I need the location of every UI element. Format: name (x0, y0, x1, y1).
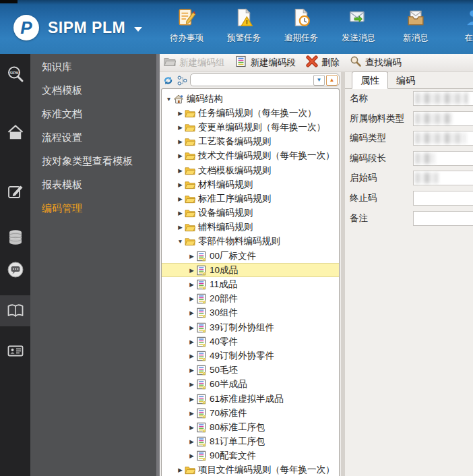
find-code-button[interactable]: 查找编码 (350, 55, 402, 70)
tree-row[interactable]: ▶ 80标准工序包 (162, 420, 339, 434)
header-item-overdue[interactable]: 逾期任务 (281, 7, 321, 44)
tree-row[interactable]: ▼ 零部件物料编码规则 (162, 235, 339, 249)
field-input[interactable] (413, 131, 473, 146)
field-input[interactable] (413, 151, 473, 166)
app-title: SIPM PLM (48, 19, 125, 37)
tree-row[interactable]: ▶ 70标准件 (162, 406, 339, 420)
delete-button[interactable]: 删除 (306, 55, 340, 70)
tree-expand-arrow-icon[interactable]: ▼ (176, 238, 185, 245)
tree-expand-arrow-icon[interactable]: ▶ (187, 438, 196, 445)
tree-expand-arrow-icon[interactable]: ▶ (187, 295, 196, 302)
refresh-icon[interactable] (162, 75, 174, 86)
nav-item-coding-management[interactable]: 编码管理 (30, 197, 156, 219)
tree-row[interactable]: ▶ 20部件 (162, 292, 339, 306)
search-up-button[interactable]: ▲ (326, 75, 338, 86)
tree-expand-arrow-icon[interactable]: ▶ (187, 353, 196, 359)
tree-row[interactable]: ▶ 61标准虚拟半成品 (162, 392, 339, 406)
header-item-todo[interactable]: 待办事项 (166, 7, 207, 44)
header-item-online[interactable]: 在线 (453, 7, 473, 44)
tree-row[interactable]: ▶ 30组件 (162, 306, 339, 320)
tree-expand-arrow-icon[interactable]: ▼ (164, 96, 173, 102)
tree-expand-arrow-icon[interactable]: ▶ (176, 110, 185, 117)
tree-row[interactable]: ▶ 60半成品 (162, 378, 339, 392)
tree-row[interactable]: ▶ 10成品 (162, 263, 339, 277)
nav-item-template-by-type[interactable]: 按对象类型查看模板 (30, 150, 156, 172)
tree-row[interactable]: ▶ 项目文件编码规则（每年换一次） (162, 463, 339, 476)
header-item-newmsg[interactable]: 新消息 (396, 7, 436, 44)
tree-expand-arrow-icon[interactable]: ▶ (176, 152, 185, 159)
tree-row[interactable]: ▶ 变更单编码规则（每年换一次） (162, 120, 339, 134)
tree-row[interactable]: ▶ 90配套文件 (162, 449, 339, 463)
nav-item-process-settings[interactable]: 流程设置 (30, 126, 156, 148)
tree-expand-arrow-icon[interactable]: ▶ (176, 138, 185, 145)
tree-expand-arrow-icon[interactable]: ▶ (187, 452, 196, 459)
tree-expand-arrow-icon[interactable]: ▶ (187, 424, 196, 431)
sidebar-icon-idcard[interactable] (0, 335, 30, 366)
tree-row-label: 变更单编码规则（每年换一次） (198, 121, 325, 133)
tree-row[interactable]: ▶ 00厂标文件 (162, 249, 339, 263)
sidebar-icon-chat[interactable] (0, 254, 30, 285)
tree-row[interactable]: ▶ 标准工序编码规则 (162, 191, 339, 206)
tree-row[interactable]: ▶ 任务编码规则（每年换一次） (162, 106, 339, 120)
tree-search-input[interactable] (191, 75, 312, 86)
tree-row-label: 辅料编码规则 (198, 221, 253, 233)
tree-expand-arrow-icon[interactable]: ▶ (176, 210, 185, 216)
nav-item-doc-template[interactable]: 文档模板 (30, 79, 156, 101)
tree-expand-arrow-icon[interactable]: ▶ (176, 467, 185, 473)
tree-row[interactable]: ▶ 辅料编码规则 (162, 220, 339, 235)
tree-row[interactable]: ▼ 编码结构 (162, 92, 339, 106)
sidebar-icon-database[interactable] (0, 222, 30, 253)
hierarchy-icon[interactable] (177, 75, 188, 86)
tree-row[interactable]: ▶ 工艺装备编码规则 (162, 135, 339, 149)
header-item-send[interactable]: 发送消息 (338, 7, 379, 44)
tree-row[interactable]: ▶ 11成品 (162, 277, 339, 291)
list-icon (196, 251, 207, 262)
tree-expand-arrow-icon[interactable]: ▶ (176, 181, 185, 188)
chevron-down-icon[interactable] (134, 27, 142, 32)
tree-expand-arrow-icon[interactable]: ▶ (187, 381, 196, 388)
tree-row[interactable]: ▶ 39订制外协组件 (162, 320, 339, 334)
tree-row[interactable]: ▶ 设备编码规则 (162, 206, 339, 220)
field-input[interactable] (413, 171, 473, 185)
tree-row[interactable]: ▶ 文档模板编码规则 (162, 163, 339, 177)
tree-expand-arrow-icon[interactable]: ▶ (187, 410, 196, 417)
sidebar-icon-sipm-search[interactable]: SIPM (0, 59, 30, 90)
nav-item-standard-doc[interactable]: 标准文档 (30, 102, 156, 125)
tree-expand-arrow-icon[interactable]: ▶ (187, 253, 196, 260)
nav-item-report-template[interactable]: 报表模板 (30, 173, 156, 196)
tree-row[interactable]: ▶ 技术文件编码规则（每年换一次） (162, 149, 339, 163)
form-row: 启始码 (345, 170, 473, 186)
tree-expand-arrow-icon[interactable]: ▶ (176, 224, 185, 231)
field-input[interactable] (413, 191, 473, 206)
tree-expand-arrow-icon[interactable]: ▶ (187, 267, 196, 274)
brand[interactable]: P SIPM PLM (13, 15, 142, 40)
tree-row-label: 项目文件编码规则（每年换一次） (198, 464, 335, 476)
tree-row[interactable]: ▶ 50毛坯 (162, 363, 339, 378)
new-code-segment-button[interactable]: 新建编码段 (235, 55, 296, 70)
tree-expand-arrow-icon[interactable]: ▶ (187, 324, 196, 331)
tree-row[interactable]: ▶ 81订单工序包 (162, 435, 339, 449)
tree-expand-arrow-icon[interactable]: ▶ (187, 309, 196, 316)
tab-coding[interactable]: 编码 (388, 72, 423, 88)
field-label: 备注 (345, 212, 413, 225)
sidebar-icon-compose[interactable] (0, 176, 30, 207)
tab-properties[interactable]: 属性 (352, 71, 388, 89)
tree-expand-arrow-icon[interactable]: ▶ (176, 167, 185, 174)
header-item-warning[interactable]: ! 预警任务 (224, 7, 264, 44)
tree-expand-arrow-icon[interactable]: ▶ (187, 396, 196, 403)
tree-expand-arrow-icon[interactable]: ▶ (187, 367, 196, 374)
nav-item-knowledge-base[interactable]: 知识库 (30, 55, 156, 78)
tree-expand-arrow-icon[interactable]: ▶ (176, 196, 185, 202)
tree-expand-arrow-icon[interactable]: ▶ (187, 338, 196, 345)
tree-row[interactable]: ▶ 40零件 (162, 334, 339, 349)
tree-row[interactable]: ▶ 材料编码规则 (162, 177, 339, 191)
tree-expand-arrow-icon[interactable]: ▶ (176, 124, 185, 131)
tree-expand-arrow-icon[interactable]: ▶ (187, 281, 196, 288)
search-down-button[interactable]: ▼ (313, 75, 325, 86)
tree-row[interactable]: ▶ 49订制外协零件 (162, 349, 339, 363)
field-input[interactable] (413, 91, 473, 106)
field-input[interactable] (413, 111, 473, 126)
sidebar-icon-book[interactable] (0, 295, 30, 326)
sidebar-icon-home[interactable] (0, 117, 30, 148)
field-input[interactable] (413, 211, 473, 226)
